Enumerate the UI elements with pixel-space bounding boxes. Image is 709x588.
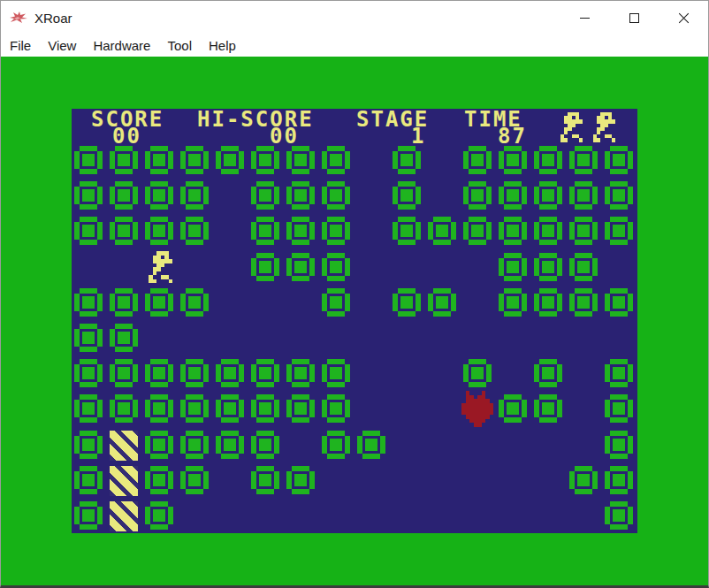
green-block [251,181,279,210]
green-block [393,288,421,317]
striped-yellow-block [110,431,138,461]
green-block [393,181,421,210]
green-block [145,431,173,459]
green-block [534,253,562,281]
green-block [393,146,421,174]
green-block [428,217,456,245]
green-block [286,181,315,210]
green-block [74,359,103,387]
green-block [569,146,598,174]
green-block [180,394,209,423]
green-block [499,181,527,210]
green-block [286,466,315,494]
green-block [322,394,350,423]
game-playfield: SCORE HI-SCORE STAGE TIME 00 00 1 87 [72,109,637,533]
green-block [605,146,633,174]
green-block [180,466,209,494]
green-block [251,431,279,459]
green-block [357,431,385,459]
green-block [180,359,209,387]
green-block [605,359,633,387]
green-block [145,288,173,317]
emulator-screen[interactable]: SCORE HI-SCORE STAGE TIME 00 00 1 87 [1,57,708,585]
green-block [534,394,562,423]
green-block [216,359,244,387]
green-block [499,146,527,174]
green-block [251,394,279,423]
green-block [286,253,315,281]
score-value: 00 [112,128,141,145]
green-block [74,501,103,530]
green-block [322,253,350,281]
green-block [286,146,315,174]
maximize-button[interactable] [609,1,659,34]
green-block [322,431,350,459]
green-block [534,217,562,245]
green-block [534,288,562,317]
green-block [322,288,350,317]
window-controls [560,1,708,34]
maximize-icon [629,13,639,23]
green-block [110,324,138,352]
green-block [216,394,244,423]
green-block [534,181,562,210]
green-block [428,288,456,317]
green-block [569,466,598,494]
green-block [251,217,279,245]
hiscore-value: 00 [270,128,299,145]
green-block [216,146,244,174]
green-block [145,394,173,423]
green-block [74,181,103,210]
green-block [569,181,598,210]
minimize-button[interactable] [560,1,609,34]
window-title: XRoar [34,11,72,26]
green-block [286,217,315,245]
green-block [74,466,103,494]
dragon-logo-icon [9,11,28,25]
minimize-icon [580,18,590,19]
titlebar[interactable]: XRoar [1,1,708,34]
green-block [110,359,138,387]
menu-hardware[interactable]: Hardware [93,38,150,53]
green-block [251,466,279,494]
green-block [322,146,350,174]
green-block [463,217,492,245]
green-block [322,359,350,387]
green-block [110,217,138,245]
green-block [180,217,209,245]
green-block [145,466,173,494]
menubar: File View Hardware Tool Help [1,34,708,57]
green-block [74,324,103,352]
green-block [534,146,562,174]
green-block [251,146,279,174]
green-block [180,146,209,174]
menu-view[interactable]: View [48,38,76,53]
green-block [605,217,633,245]
green-block [74,146,103,174]
menu-file[interactable]: File [10,38,31,53]
green-block [110,146,138,174]
green-block [74,288,103,317]
green-block [569,217,598,245]
green-block [145,181,173,210]
green-block [145,217,173,245]
green-block [569,288,598,317]
striped-yellow-block [110,466,138,496]
green-block [605,501,633,530]
green-block [605,466,633,494]
green-block [286,359,315,387]
green-block [74,394,103,423]
menu-tool[interactable]: Tool [167,38,192,53]
stage-value: 1 [411,128,425,145]
menu-help[interactable]: Help [209,38,236,53]
close-button[interactable] [659,1,708,34]
green-block [463,146,492,174]
green-block [569,253,598,281]
green-block [605,181,633,210]
green-block [216,431,244,459]
xroar-window: XRoar File View Hardware Tool Help SCORE… [0,0,709,588]
green-block [110,181,138,210]
green-block [251,253,279,281]
green-block [322,181,350,210]
green-block [110,288,138,317]
